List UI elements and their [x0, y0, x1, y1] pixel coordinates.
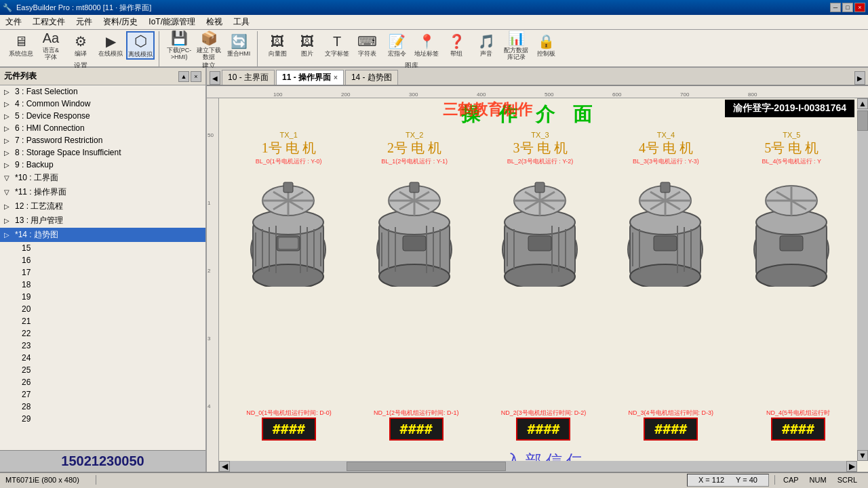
sidebar-item-16[interactable]: 16 — [0, 254, 205, 266]
sidebar-item-29[interactable]: 29 — [0, 413, 205, 425]
scroll-left-button[interactable]: ◀ — [219, 461, 230, 472]
scrollbar-vertical[interactable]: ▲ ▼ — [857, 98, 868, 461]
compile-button[interactable]: ⚙编译 — [66, 31, 95, 60]
menu-project[interactable]: 工程文件 — [27, 15, 71, 29]
close-button[interactable]: × — [854, 3, 865, 12]
titlebar: 🔧 EasyBuilder Pro : mt8000 [11 · 操作界面] ─… — [0, 0, 868, 15]
sidebar-item-label-13: 13 : 用户管理 — [15, 215, 63, 226]
sidebar-item-8[interactable]: ▷ 8 : Storage Space Insufficient — [0, 146, 205, 159]
sidebar-item-15[interactable]: 15 — [0, 242, 205, 254]
scrollbar-horizontal[interactable]: ◀ ▶ — [219, 461, 857, 472]
motor-name-2: 2号 电 机 — [387, 139, 441, 157]
build-download-button[interactable]: 📦建立下载数据 — [195, 31, 223, 60]
sidebar-close-button[interactable]: × — [191, 71, 201, 82]
sidebar-item-11[interactable]: ▽ *11 : 操作界面 — [0, 185, 205, 199]
sidebar-item-6[interactable]: ▷ 6 : HMI Connection — [0, 122, 205, 134]
control-panel-button[interactable]: 🔒控制板 — [532, 31, 560, 60]
menu-file[interactable]: 文件 — [0, 15, 27, 29]
sidebar-item-28[interactable]: 28 — [0, 401, 205, 413]
time-label-2: ND_1(2号电机组运行时间: D-1) — [353, 409, 479, 418]
tab-scroll-right[interactable]: ▶ — [854, 71, 865, 85]
scroll-down-button[interactable]: ▼ — [857, 450, 868, 461]
recipe-button[interactable]: 📊配方数据库记录 — [502, 31, 530, 60]
sidebar-item-5[interactable]: ▷ 5 : Device Response — [0, 110, 205, 122]
sidebar-item-9[interactable]: ▷ 9 : Backup — [0, 159, 205, 171]
menu-tools[interactable]: 工具 — [228, 15, 255, 29]
menu-view[interactable]: 检视 — [201, 15, 228, 29]
toolbar-group-library: 🖼向量图 🖼图片 T文字标签 ⌨字符表 📝宏指令 📍地址标签 ❓帮组 🎵声音 📊… — [259, 31, 564, 72]
minimize-button[interactable]: ─ — [830, 3, 841, 12]
ruler-left-350: 3 — [208, 336, 210, 342]
sidebar-item-label-20: 20 — [11, 304, 31, 314]
sidebar-item-21[interactable]: 21 — [0, 315, 205, 327]
svg-point-72 — [756, 264, 827, 287]
motor-tx-5: TX_5 — [783, 131, 800, 139]
tab-operation-close[interactable]: × — [334, 74, 338, 81]
scroll-thumb-h[interactable] — [347, 462, 506, 471]
scroll-thumb-v[interactable] — [857, 110, 868, 131]
ruler-mark-400: 400 — [477, 92, 486, 98]
time-cell-1: ND_0(1号电机组运行时间: D-0) #### — [226, 409, 352, 441]
sidebar-item-3[interactable]: ▷ 3 : Fast Selection — [0, 85, 205, 98]
language-button[interactable]: Aa语言&字体 — [37, 31, 65, 60]
ruler-mark-600: 600 — [612, 92, 621, 98]
ruler-mark-800: 800 — [748, 92, 757, 98]
motor-name-1: 1号 电 机 — [262, 139, 316, 157]
menu-data[interactable]: 资料/历史 — [98, 15, 143, 29]
maximize-button[interactable]: □ — [842, 3, 853, 12]
tab-scroll-left[interactable]: ◀ — [210, 71, 220, 85]
menu-iot[interactable]: IoT/能源管理 — [143, 15, 201, 29]
expand-icon-5: ▷ — [4, 113, 12, 120]
sidebar-item-12[interactable]: ▷ 12 : 工艺流程 — [0, 199, 205, 214]
vector-button[interactable]: 🖼向量图 — [263, 31, 292, 60]
svg-rect-52 — [528, 236, 551, 251]
titlebar-title: 🔧 EasyBuilder Pro : mt8000 [11 · 操作界面] — [3, 3, 151, 13]
sound-button[interactable]: 🎵声音 — [472, 31, 500, 60]
tab-trend[interactable]: 14 - 趋势图 — [345, 70, 398, 85]
sidebar-item-19[interactable]: 19 — [0, 291, 205, 303]
expand-icon-10: ▽ — [4, 174, 12, 182]
sidebar-item-25[interactable]: 25 — [0, 364, 205, 376]
sidebar-item-4[interactable]: ▷ 4 : Common Window — [0, 98, 205, 110]
scroll-up-button[interactable]: ▲ — [857, 98, 868, 109]
titlebar-controls[interactable]: ─ □ × — [830, 3, 865, 12]
sidebar-item-13[interactable]: ▷ 13 : 用户管理 — [0, 214, 205, 228]
sidebar-item-label-18: 18 — [11, 280, 31, 289]
sidebar-item-26[interactable]: 26 — [0, 376, 205, 388]
menu-element[interactable]: 元件 — [71, 15, 98, 29]
sidebar-expand-button[interactable]: ▲ — [178, 71, 189, 82]
macro-button[interactable]: 📝宏指令 — [382, 31, 411, 60]
sidebar-item-23[interactable]: 23 — [0, 340, 205, 352]
address-label-button[interactable]: 📍地址标签 — [412, 31, 441, 60]
sidebar-item-27[interactable]: 27 — [0, 388, 205, 401]
toolbar-group-build: 💾下载(PC->HMI) 📦建立下载数据 🔄重合HMI 建立 — [161, 31, 258, 72]
help-button[interactable]: ❓帮组 — [442, 31, 471, 60]
sidebar-item-17[interactable]: 17 — [0, 266, 205, 279]
sidebar-item-22[interactable]: 22 — [0, 327, 205, 340]
system-info-button[interactable]: 🖥系统信息 — [7, 31, 35, 60]
time-value-1: #### — [262, 418, 316, 441]
sidebar-item-20[interactable]: 20 — [0, 303, 205, 315]
sidebar-item-14[interactable]: ▷ *14 : 趋势图 — [0, 228, 205, 242]
expand-icon-14: ▷ — [4, 231, 12, 239]
image-button[interactable]: 🖼图片 — [293, 31, 321, 60]
offline-sim-button[interactable]: ⬡离线模拟 — [126, 31, 155, 60]
tab-main[interactable]: 10 - 主界面 — [222, 70, 275, 85]
sidebar-item-24[interactable]: 24 — [0, 352, 205, 364]
registration-text: 渝作登字-2019-I-00381764 — [733, 102, 846, 113]
tabs: ◀ 10 - 主界面 11 - 操作界面 × 14 - 趋势图 ▶ — [207, 68, 868, 86]
sidebar-item-7[interactable]: ▷ 7 : Password Restriction — [0, 134, 205, 146]
tab-operation[interactable]: 11 - 操作界面 × — [276, 70, 344, 85]
sidebar-item-10[interactable]: ▽ *10 : 工界面 — [0, 171, 205, 185]
rebuild-hmi-button[interactable]: 🔄重合HMI — [224, 31, 253, 60]
ruler-mark-700: 700 — [680, 92, 689, 98]
text-label-button[interactable]: T文字标签 — [323, 31, 351, 60]
download-button[interactable]: 💾下载(PC->HMI) — [165, 31, 193, 60]
time-label-4: ND_3(4号电机组运行时间: D-3) — [608, 409, 734, 418]
online-sim-button[interactable]: ▶在线模拟 — [96, 31, 125, 60]
scroll-right-button[interactable]: ▶ — [846, 461, 857, 472]
char-table-button[interactable]: ⌨字符表 — [353, 31, 381, 60]
motor-header-2: TX_2 2号 电 机 BL_1(2号电机运行 : Y-1) — [351, 131, 477, 166]
sidebar-item-18[interactable]: 18 — [0, 279, 205, 291]
motor-bl-4: BL_3(3号电机运行 : Y-3) — [633, 157, 699, 166]
